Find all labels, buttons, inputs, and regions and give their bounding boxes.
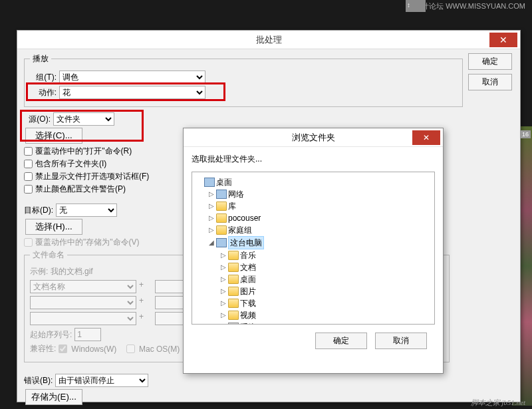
expand-icon[interactable]: ▷ bbox=[220, 273, 227, 285]
play-legend: 播放 bbox=[30, 53, 51, 65]
plus-icon: + bbox=[139, 296, 152, 309]
errors-select[interactable]: 由于错误而停止 bbox=[55, 374, 148, 387]
editor-tab[interactable]: ↕ bbox=[406, 0, 426, 12]
tree-node-pictures[interactable]: ▷图片 bbox=[220, 285, 432, 297]
tree-node-downloads[interactable]: ▷下载 bbox=[220, 297, 432, 309]
tree-node-libraries[interactable]: ▷库 bbox=[208, 200, 432, 212]
tree-node-desktop[interactable]: 桌面 bbox=[196, 176, 432, 188]
expand-icon[interactable]: ▷ bbox=[208, 212, 215, 224]
ok-button[interactable]: 确定 bbox=[468, 53, 512, 70]
tree-node-homegroup[interactable]: ▷家庭组 bbox=[208, 224, 432, 236]
destination-label: 目标(D): bbox=[24, 205, 53, 216]
folder-icon bbox=[228, 287, 239, 296]
choose-source-button[interactable]: 选择(C)... bbox=[25, 128, 82, 144]
tree-node-music[interactable]: ▷音乐 bbox=[220, 249, 432, 261]
folder-icon bbox=[228, 275, 239, 284]
plus-icon: + bbox=[139, 280, 152, 293]
source-select[interactable]: 文件夹 bbox=[53, 112, 114, 126]
suppress-profile-warning-checkbox[interactable] bbox=[24, 185, 33, 194]
tree-node-network[interactable]: ▷网络 bbox=[208, 188, 432, 200]
tree-node-desktop2[interactable]: ▷桌面 bbox=[220, 273, 432, 285]
watermark-bottom: 脚本之家 jb51.net bbox=[471, 398, 526, 408]
play-fieldset: 播放 组(T): 调色 动作: 花 bbox=[24, 53, 463, 107]
tree-node-user[interactable]: ▷pocouser bbox=[208, 212, 432, 224]
start-serial-input bbox=[74, 328, 101, 341]
expand-icon[interactable]: ▷ bbox=[208, 224, 215, 236]
override-save-label: 覆盖动作中的"存储为"命令(V) bbox=[35, 237, 140, 248]
folder-icon bbox=[228, 263, 239, 272]
browse-dialog-title: 浏览文件夹 bbox=[184, 132, 443, 144]
close-icon[interactable]: ✕ bbox=[412, 130, 440, 145]
suppress-open-dialog-checkbox[interactable] bbox=[24, 172, 33, 181]
close-icon[interactable]: ✕ bbox=[489, 33, 517, 47]
set-label: 组(T): bbox=[30, 72, 57, 83]
start-serial-label: 起始序列号: bbox=[30, 329, 72, 341]
browse-prompt: 选取批处理文件夹... bbox=[192, 154, 435, 165]
drive-icon bbox=[228, 323, 239, 325]
background-photo-label: 16 bbox=[520, 130, 531, 138]
compat-label: 兼容性: bbox=[30, 343, 56, 354]
suppress-profile-warning-label: 禁止颜色配置文件警告(P) bbox=[35, 184, 126, 195]
expand-icon[interactable]: ▷ bbox=[220, 249, 227, 261]
set-select[interactable]: 调色 bbox=[59, 70, 205, 84]
source-label: 源(O): bbox=[24, 114, 51, 125]
destination-select[interactable]: 无 bbox=[56, 204, 117, 217]
batch-dialog-title: 批处理 bbox=[17, 34, 520, 46]
expand-icon[interactable]: ▷ bbox=[220, 297, 227, 309]
action-select[interactable]: 花 bbox=[59, 86, 205, 99]
expand-icon[interactable]: ▷ bbox=[220, 309, 227, 321]
choose-destination-button: 选择(H)... bbox=[25, 219, 82, 235]
expand-icon[interactable]: ▷ bbox=[220, 321, 227, 325]
include-subfolders-label: 包含所有子文件夹(I) bbox=[35, 158, 106, 170]
expand-icon[interactable]: ▷ bbox=[208, 200, 215, 212]
file-naming-legend: 文件命名 bbox=[30, 249, 67, 261]
batch-dialog-titlebar: 批处理 ✕ bbox=[17, 31, 520, 49]
tree-node-thispc[interactable]: ◢这台电脑 bbox=[208, 236, 432, 249]
cancel-button[interactable]: 取消 bbox=[468, 74, 512, 90]
action-label: 动作: bbox=[30, 87, 57, 98]
browse-cancel-button[interactable]: 取消 bbox=[375, 333, 427, 349]
expand-icon[interactable]: ▷ bbox=[220, 261, 227, 273]
user-icon bbox=[216, 213, 227, 223]
override-open-checkbox[interactable] bbox=[24, 147, 33, 156]
expand-icon[interactable]: ▷ bbox=[208, 188, 215, 200]
network-icon bbox=[216, 190, 227, 199]
naming-field-3 bbox=[30, 296, 136, 309]
naming-field-5 bbox=[30, 312, 136, 325]
tree-node-videos[interactable]: ▷视频 bbox=[220, 309, 432, 321]
tree-node-system-c[interactable]: ▷系统 (C:) bbox=[220, 321, 432, 325]
folder-icon bbox=[228, 311, 239, 320]
browse-folder-dialog: 浏览文件夹 ✕ 选取批处理文件夹... 桌面 ▷网络 ▷库 ▷pocouser … bbox=[183, 128, 444, 374]
folder-icon bbox=[228, 251, 239, 260]
save-errors-as-button: 存储为(E)... bbox=[25, 389, 82, 405]
folder-tree[interactable]: 桌面 ▷网络 ▷库 ▷pocouser ▷家庭组 ◢这台电脑 ▷音乐 ▷文档 ▷… bbox=[192, 172, 435, 325]
expand-icon[interactable]: ▷ bbox=[220, 285, 227, 297]
collapse-icon[interactable]: ◢ bbox=[208, 237, 215, 249]
computer-icon bbox=[216, 238, 227, 247]
override-save-checkbox bbox=[24, 238, 33, 247]
compat-mac-label: Mac OS(M) bbox=[139, 344, 180, 354]
desktop-icon bbox=[204, 178, 215, 187]
browse-ok-button[interactable]: 确定 bbox=[315, 333, 367, 349]
folder-icon bbox=[228, 299, 239, 308]
plus-icon: + bbox=[139, 312, 152, 325]
errors-label: 错误(B): bbox=[24, 375, 53, 386]
suppress-open-dialog-label: 禁止显示文件打开选项对话框(F) bbox=[35, 171, 149, 182]
compat-windows-label: Windows(W) bbox=[71, 344, 116, 354]
compat-windows-checkbox bbox=[59, 344, 67, 353]
compat-mac-checkbox bbox=[126, 344, 135, 353]
include-subfolders-checkbox[interactable] bbox=[24, 160, 33, 168]
override-open-label: 覆盖动作中的"打开"命令(R) bbox=[35, 146, 132, 157]
tree-node-documents[interactable]: ▷文档 bbox=[220, 261, 432, 273]
libraries-icon bbox=[216, 202, 227, 211]
homegroup-icon bbox=[216, 225, 227, 235]
naming-field-1: 文档名称 bbox=[30, 280, 136, 293]
